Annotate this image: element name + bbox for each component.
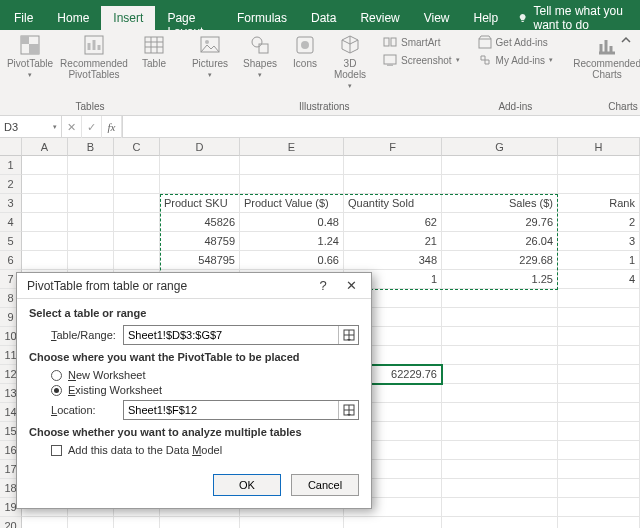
name-box[interactable]: D3 ▾: [0, 116, 62, 137]
cell-C1[interactable]: [114, 156, 160, 175]
cell-F2[interactable]: [344, 175, 442, 194]
cell-A2[interactable]: [22, 175, 68, 194]
tab-formulas[interactable]: Formulas: [225, 6, 299, 30]
cell-G12[interactable]: [442, 365, 558, 384]
screenshot-button[interactable]: Screenshot ▾: [380, 52, 463, 68]
cancel-button[interactable]: Cancel: [291, 474, 359, 496]
cell-D5[interactable]: 48759: [160, 232, 240, 251]
row-head-6[interactable]: 6: [0, 251, 22, 270]
tab-home[interactable]: Home: [45, 6, 101, 30]
cell-G14[interactable]: [442, 403, 558, 422]
cell-D6[interactable]: 548795: [160, 251, 240, 270]
cell-B1[interactable]: [68, 156, 114, 175]
col-head-D[interactable]: D: [160, 138, 240, 156]
cell-D20[interactable]: [160, 517, 240, 528]
col-head-E[interactable]: E: [240, 138, 344, 156]
cell-H15[interactable]: [558, 422, 640, 441]
tab-view[interactable]: View: [412, 6, 462, 30]
cell-H1[interactable]: [558, 156, 640, 175]
tab-data[interactable]: Data: [299, 6, 348, 30]
row-head-20[interactable]: 20: [0, 517, 22, 528]
cell-E6[interactable]: 0.66: [240, 251, 344, 270]
cell-G8[interactable]: [442, 289, 558, 308]
row-head-2[interactable]: 2: [0, 175, 22, 194]
pivot-table-button[interactable]: PivotTable ▾: [6, 34, 54, 79]
cell-G1[interactable]: [442, 156, 558, 175]
tab-page-layout[interactable]: Page Layout: [155, 6, 225, 30]
cell-H9[interactable]: [558, 308, 640, 327]
smartart-button[interactable]: SmartArt: [380, 34, 463, 50]
close-button[interactable]: ✕: [337, 278, 365, 293]
cell-D2[interactable]: [160, 175, 240, 194]
col-head-F[interactable]: F: [344, 138, 442, 156]
tab-file[interactable]: File: [2, 6, 45, 30]
cell-H20[interactable]: [558, 517, 640, 528]
row-head-5[interactable]: 5: [0, 232, 22, 251]
cell-E4[interactable]: 0.48: [240, 213, 344, 232]
cell-H14[interactable]: [558, 403, 640, 422]
cell-G9[interactable]: [442, 308, 558, 327]
cell-H7[interactable]: 4: [558, 270, 640, 289]
cell-G20[interactable]: [442, 517, 558, 528]
cell-E1[interactable]: [240, 156, 344, 175]
cell-G7[interactable]: 1.25: [442, 270, 558, 289]
table-range-input[interactable]: [124, 329, 338, 341]
cell-H10[interactable]: [558, 327, 640, 346]
cell-D3[interactable]: Product SKU: [160, 194, 240, 213]
cell-H16[interactable]: [558, 441, 640, 460]
cell-F1[interactable]: [344, 156, 442, 175]
cell-E5[interactable]: 1.24: [240, 232, 344, 251]
cell-C20[interactable]: [114, 517, 160, 528]
cell-B20[interactable]: [68, 517, 114, 528]
ok-button[interactable]: OK: [213, 474, 281, 496]
tell-me[interactable]: Tell me what you want to do: [510, 6, 640, 30]
accept-formula-icon[interactable]: ✓: [82, 116, 102, 138]
cell-G11[interactable]: [442, 346, 558, 365]
cell-G2[interactable]: [442, 175, 558, 194]
cell-F3[interactable]: Quantity Sold: [344, 194, 442, 213]
col-head-H[interactable]: H: [558, 138, 640, 156]
cell-G17[interactable]: [442, 460, 558, 479]
cell-G16[interactable]: [442, 441, 558, 460]
cell-G3[interactable]: Sales ($): [442, 194, 558, 213]
cell-E20[interactable]: [240, 517, 344, 528]
col-head-C[interactable]: C: [114, 138, 160, 156]
range-picker-icon[interactable]: [338, 401, 358, 419]
3d-models-button[interactable]: 3D Models ▾: [326, 34, 374, 90]
icons-button[interactable]: Icons: [286, 34, 324, 69]
cell-H11[interactable]: [558, 346, 640, 365]
col-head-A[interactable]: A: [22, 138, 68, 156]
row-head-3[interactable]: 3: [0, 194, 22, 213]
location-input[interactable]: [124, 404, 338, 416]
cell-A1[interactable]: [22, 156, 68, 175]
cell-H13[interactable]: [558, 384, 640, 403]
cell-A20[interactable]: [22, 517, 68, 528]
my-addins-button[interactable]: My Add-ins ▾: [475, 52, 556, 68]
radio-existing-worksheet[interactable]: Existing Worksheet: [51, 384, 359, 396]
cell-E3[interactable]: Product Value ($): [240, 194, 344, 213]
row-head-4[interactable]: 4: [0, 213, 22, 232]
cell-G5[interactable]: 26.04: [442, 232, 558, 251]
location-field[interactable]: [123, 400, 359, 420]
cell-G15[interactable]: [442, 422, 558, 441]
col-head-B[interactable]: B: [68, 138, 114, 156]
cell-B6[interactable]: [68, 251, 114, 270]
cancel-formula-icon[interactable]: ✕: [62, 116, 82, 138]
cell-B3[interactable]: [68, 194, 114, 213]
cell-F4[interactable]: 62: [344, 213, 442, 232]
cell-B5[interactable]: [68, 232, 114, 251]
dialog-titlebar[interactable]: PivotTable from table or range ? ✕: [17, 273, 371, 299]
cell-G18[interactable]: [442, 479, 558, 498]
cell-D1[interactable]: [160, 156, 240, 175]
cell-G19[interactable]: [442, 498, 558, 517]
cell-D4[interactable]: 45826: [160, 213, 240, 232]
cell-A6[interactable]: [22, 251, 68, 270]
cell-B4[interactable]: [68, 213, 114, 232]
shapes-button[interactable]: Shapes ▾: [236, 34, 284, 79]
tab-review[interactable]: Review: [348, 6, 411, 30]
formula-input[interactable]: [123, 116, 640, 137]
cell-H4[interactable]: 2: [558, 213, 640, 232]
range-picker-icon[interactable]: [338, 326, 358, 344]
cell-H2[interactable]: [558, 175, 640, 194]
collapse-ribbon-icon[interactable]: [620, 34, 634, 48]
